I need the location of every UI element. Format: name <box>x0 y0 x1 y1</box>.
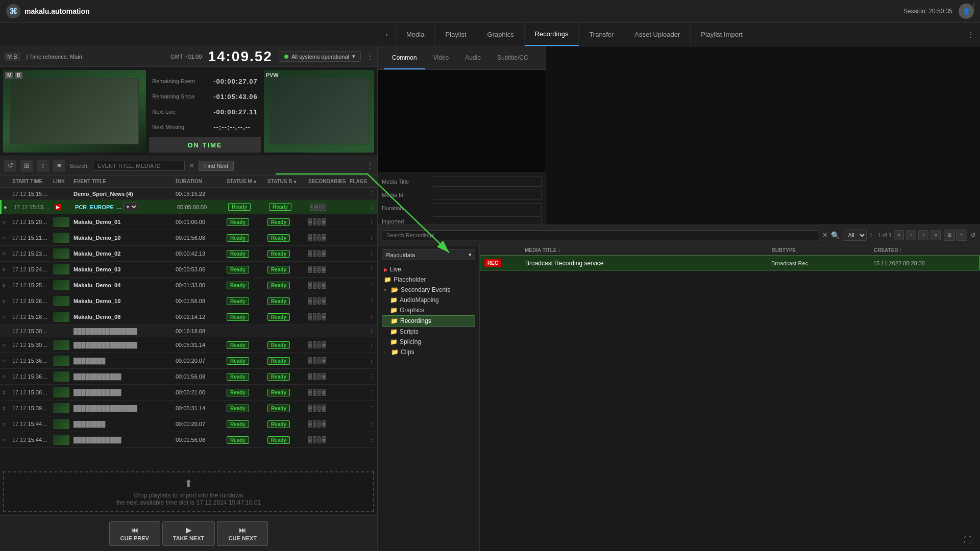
take-next-btn[interactable]: ▶ TAKE NEXT <box>162 521 215 546</box>
cue-prev-btn[interactable]: ⏮ CUE PREV <box>109 521 160 546</box>
refresh-btn[interactable]: ↺ <box>4 160 16 172</box>
preview-left: M B <box>3 70 146 153</box>
cue-buttons: ⏮ CUE PREV ▶ TAKE NEXT ⏭ CUE NEXT ⛶ <box>0 515 377 551</box>
drop-zone[interactable]: ⬆ Drop playlists to import into the rund… <box>3 471 374 512</box>
rec-search-input[interactable] <box>382 230 819 240</box>
grid-btn[interactable]: ⊞ <box>20 160 33 172</box>
tab-audio[interactable]: Audio <box>457 46 489 69</box>
sec-icon: ≡ <box>308 389 312 396</box>
prop-media-title: Media Title <box>382 176 542 187</box>
table-row[interactable]: ○ 17.12 15:44:52:18 ████████████ 00:01:5… <box>0 432 377 448</box>
cue-prev-icon: ⏮ <box>131 526 138 534</box>
table-row[interactable]: 17.12 15:30:51:18 ████████████████ 00:16… <box>0 325 377 337</box>
tab-playlist-import[interactable]: Playlist Import <box>691 23 753 46</box>
sort-btn[interactable]: ↕ <box>37 160 49 172</box>
table-row[interactable]: ● 17.12 15:15:35:21 ▶ PCR_EUROPE_... ▾ 0… <box>0 200 377 214</box>
table-row[interactable]: ○ 17.12 15:20:35:21 Makalu_Demo_01 00:01… <box>0 214 377 230</box>
rec-badge: REC <box>484 259 501 267</box>
folder-item-secondary-events[interactable]: ▾ 📂 Secondary Events <box>382 285 475 295</box>
folder-label: Recordings <box>400 317 431 324</box>
sys-status-btn[interactable]: All systems operational ▾ <box>279 51 361 62</box>
folder-item-splicing[interactable]: 📁 Splicing <box>382 337 475 347</box>
sec-icon: ≡ <box>308 313 312 320</box>
grid-view-btn[interactable]: ⊞ <box>944 230 955 241</box>
td-row-menu[interactable]: ⋮ <box>367 189 377 198</box>
find-next-btn[interactable]: Find Next <box>199 161 234 171</box>
table-row[interactable]: ○ 17.12 15:36:23:07 ████████ 00:00:20.07… <box>0 353 377 369</box>
cue-next-label: CUE NEXT <box>228 535 257 541</box>
folder-label: Live <box>390 266 401 273</box>
status-menu-btn[interactable]: ⋮ <box>367 53 373 60</box>
status-b-badge: Ready <box>267 234 290 242</box>
sec-icon: □ <box>317 218 321 226</box>
tab-transfer[interactable]: Transfer <box>579 23 624 46</box>
source-dropdown[interactable]: Playoutdata ▾ <box>382 249 475 260</box>
page-prev-btn[interactable]: ‹ <box>906 230 916 240</box>
folder-item-audiomapping[interactable]: 📁 AudioMapping <box>382 295 475 305</box>
table-row[interactable]: ○ 17.12 15:39:00:22 ████████████████ 00:… <box>0 400 377 416</box>
search-clear-btn[interactable]: ✕ <box>189 162 194 169</box>
status-m-badge: Ready <box>228 203 251 211</box>
rec-search-btn[interactable]: 🔍 <box>831 231 840 239</box>
status-b-badge: Ready <box>267 250 290 258</box>
table-row[interactable]: 17.12 15:15:35:21 Demo_Sport_News (4) 00… <box>0 188 377 200</box>
td-row-menu[interactable]: ⋮ <box>367 218 377 227</box>
page-next-btn[interactable]: › <box>918 230 928 240</box>
folder-item-clips[interactable]: › 📁 Clips <box>382 347 475 357</box>
table-row[interactable]: ○ 17.12 15:36:43:14 ████████████ 00:01:5… <box>0 369 377 385</box>
status-b-badge: Ready <box>267 218 290 226</box>
cue-next-btn[interactable]: ⏭ CUE NEXT <box>217 521 268 546</box>
rec-search-clear-btn[interactable]: ✕ <box>822 231 828 239</box>
folder-tree: Playoutdata ▾ ▶ Live 📁 Placeholder ▾ 📂 <box>378 245 480 551</box>
tab-subtitle-cc[interactable]: Subtitle/CC <box>489 46 536 69</box>
badge-b: B <box>15 72 22 79</box>
table-row[interactable]: ○ 17.12 15:44:32:11 ████████ 00:00:20.07… <box>0 416 377 432</box>
tab-media[interactable]: Media <box>396 23 435 46</box>
td-status-b: Ready <box>265 217 306 227</box>
status-m-badge: Ready <box>227 313 249 321</box>
table-row[interactable]: ○ 17.12 15:23:32:04 Makalu_Demo_02 00:00… <box>0 246 377 262</box>
table-row[interactable]: ○ 17.12 15:28:37:06 Makalu_Demo_08 00:02… <box>0 309 377 325</box>
tab-common[interactable]: Common <box>384 46 425 69</box>
sort-icon: ↕ <box>558 247 560 253</box>
folder-item-live[interactable]: ▶ Live <box>382 264 475 274</box>
rec-refresh-btn[interactable]: ↺ <box>970 231 976 239</box>
nav-arrow[interactable]: › <box>378 23 396 46</box>
table-row[interactable]: ○ 17.12 15:25:07:23 Makalu_Demo_04 00:01… <box>0 278 377 293</box>
table-row[interactable]: ○ 17.12 15:26:40:23 Makalu_Demo_10 00:01… <box>0 293 377 309</box>
tab-asset-uploader[interactable]: Asset Uploader <box>624 23 691 46</box>
on-time-label: ON TIME <box>187 141 222 149</box>
mb-badge: M B <box>7 54 17 60</box>
page-last-btn[interactable]: » <box>930 230 941 240</box>
list-btn[interactable]: ≡ <box>53 160 65 172</box>
page-first-btn[interactable]: « <box>894 230 904 240</box>
tab-video[interactable]: Video <box>425 46 457 69</box>
search-input[interactable] <box>93 161 185 171</box>
tab-graphics[interactable]: Graphics <box>477 23 525 46</box>
tab-recordings[interactable]: Recordings <box>525 23 579 46</box>
table-row[interactable]: ○ 17.12 15:38:39:22 ████████████ 00:00:2… <box>0 385 377 400</box>
fullscreen-btn[interactable]: ⛶ <box>964 536 972 545</box>
title-dropdown[interactable]: ▾ <box>124 203 138 211</box>
list-view-btn[interactable]: ≡ <box>956 230 967 241</box>
folder-item-recordings[interactable]: 📁 Recordings <box>382 315 475 327</box>
rec-filter-select[interactable]: All <box>843 230 867 241</box>
sec-icon-1: ≡ <box>310 204 313 211</box>
folder-icon: 📁 <box>390 307 398 314</box>
table-header: START TIME LINK EVENT TITLE DURATION STA… <box>0 176 377 188</box>
td-duration: 00:05:00.00 <box>175 203 226 211</box>
pvw-menu[interactable]: ⋮ <box>971 3 977 10</box>
folder-item-placeholder[interactable]: 📁 Placeholder <box>382 274 475 285</box>
td-row-menu[interactable]: ⋮ <box>367 203 377 211</box>
folder-item-scripts[interactable]: 📁 Scripts <box>382 327 475 337</box>
table-row[interactable]: ○ 17.12 15:21:35:21 Makalu_Demo_10 00:01… <box>0 230 377 246</box>
table-row[interactable]: ○ 17.12 15:30:51:18 ████████████████ 00:… <box>0 337 377 353</box>
status-m-badge: Ready <box>227 373 249 381</box>
tab-menu-btn[interactable]: ⋮ <box>962 23 980 46</box>
table-menu-btn[interactable]: ⋮ <box>367 162 373 169</box>
tab-playlist[interactable]: Playlist <box>435 23 477 46</box>
prop-media-id: Media Id <box>382 189 542 201</box>
table-row[interactable]: ○ 17.12 15:24:14:17 Makalu_Demo_03 00:00… <box>0 262 377 278</box>
folder-item-graphics[interactable]: 📁 Graphics <box>382 305 475 315</box>
rec-row[interactable]: REC Broadcast Recording service Broadcas… <box>480 256 980 270</box>
